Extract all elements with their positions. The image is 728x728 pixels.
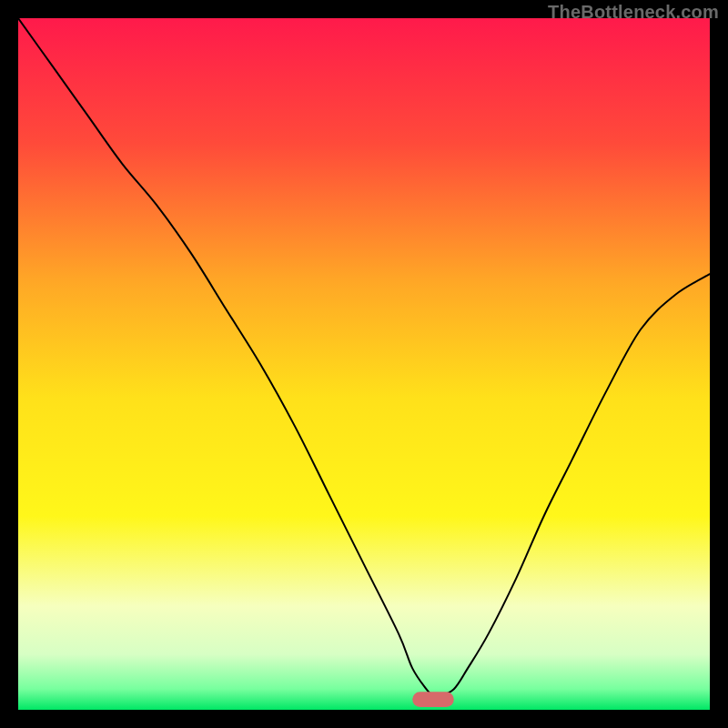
chart-stage: TheBottleneck.com (0, 0, 728, 728)
attribution-text: TheBottleneck.com (548, 2, 719, 23)
optimal-range-marker (412, 692, 454, 707)
chart-background (18, 18, 710, 710)
bottleneck-chart (18, 18, 710, 710)
